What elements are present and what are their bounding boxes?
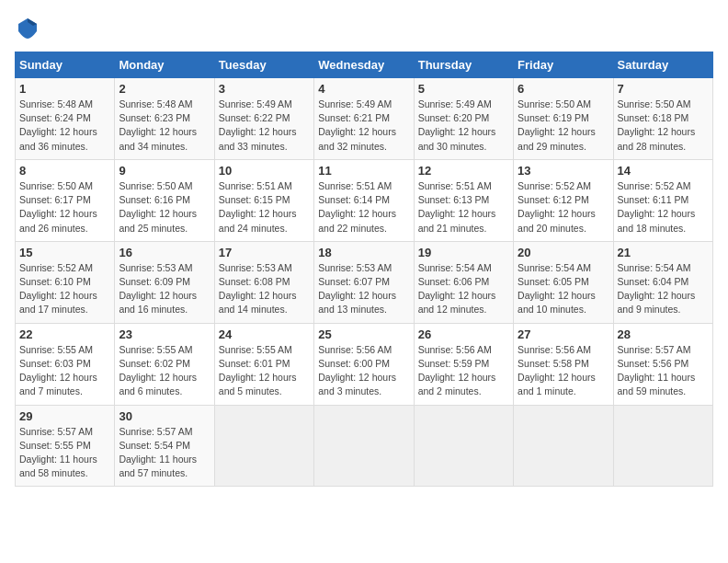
day-info: Sunrise: 5:55 AMSunset: 6:01 PMDaylight:… xyxy=(219,343,310,399)
calendar-header-row: SundayMondayTuesdayWednesdayThursdayFrid… xyxy=(16,52,713,78)
day-number: 22 xyxy=(19,327,110,341)
day-info: Sunrise: 5:52 AMSunset: 6:12 PMDaylight:… xyxy=(518,179,609,236)
calendar-cell: 15Sunrise: 5:52 AMSunset: 6:10 PMDayligh… xyxy=(16,241,115,323)
calendar-cell: 17Sunrise: 5:53 AMSunset: 6:08 PMDayligh… xyxy=(214,241,313,323)
day-number: 11 xyxy=(318,164,409,178)
day-number: 1 xyxy=(19,82,110,96)
day-number: 15 xyxy=(19,246,110,259)
day-number: 19 xyxy=(418,246,509,259)
calendar-cell: 3Sunrise: 5:49 AMSunset: 6:22 PMDaylight… xyxy=(214,78,313,160)
day-number: 17 xyxy=(219,246,310,259)
calendar-cell: 7Sunrise: 5:50 AMSunset: 6:18 PMDaylight… xyxy=(613,78,712,160)
day-info: Sunrise: 5:52 AMSunset: 6:10 PMDaylight:… xyxy=(19,261,110,317)
column-header-tuesday: Tuesday xyxy=(214,52,313,78)
day-info: Sunrise: 5:54 AMSunset: 6:05 PMDaylight:… xyxy=(518,261,609,317)
calendar-cell xyxy=(314,405,414,487)
calendar-cell: 27Sunrise: 5:56 AMSunset: 5:58 PMDayligh… xyxy=(514,323,613,405)
calendar-cell xyxy=(214,405,313,487)
day-number: 18 xyxy=(318,246,409,259)
day-number: 8 xyxy=(19,164,110,178)
day-info: Sunrise: 5:53 AMSunset: 6:09 PMDaylight:… xyxy=(119,261,210,317)
day-info: Sunrise: 5:55 AMSunset: 6:02 PMDaylight:… xyxy=(119,343,210,399)
calendar-cell: 13Sunrise: 5:52 AMSunset: 6:12 PMDayligh… xyxy=(514,159,613,241)
day-info: Sunrise: 5:50 AMSunset: 6:17 PMDaylight:… xyxy=(19,179,110,236)
day-number: 30 xyxy=(119,409,210,423)
calendar-cell: 10Sunrise: 5:51 AMSunset: 6:15 PMDayligh… xyxy=(214,159,313,241)
day-info: Sunrise: 5:52 AMSunset: 6:11 PMDaylight:… xyxy=(618,179,709,236)
calendar-cell: 16Sunrise: 5:53 AMSunset: 6:09 PMDayligh… xyxy=(115,241,214,323)
day-info: Sunrise: 5:53 AMSunset: 6:07 PMDaylight:… xyxy=(318,261,409,317)
calendar-cell: 24Sunrise: 5:55 AMSunset: 6:01 PMDayligh… xyxy=(214,323,313,405)
calendar-cell: 4Sunrise: 5:49 AMSunset: 6:21 PMDaylight… xyxy=(314,78,414,160)
day-info: Sunrise: 5:55 AMSunset: 6:03 PMDaylight:… xyxy=(19,343,110,399)
calendar-cell xyxy=(613,405,712,487)
day-number: 12 xyxy=(418,164,509,178)
day-number: 20 xyxy=(518,246,609,259)
day-info: Sunrise: 5:51 AMSunset: 6:14 PMDaylight:… xyxy=(318,179,409,236)
calendar-cell: 23Sunrise: 5:55 AMSunset: 6:02 PMDayligh… xyxy=(115,323,214,405)
day-number: 21 xyxy=(618,246,709,259)
day-number: 29 xyxy=(19,409,110,423)
day-number: 24 xyxy=(219,327,310,341)
day-number: 4 xyxy=(318,82,409,96)
day-info: Sunrise: 5:50 AMSunset: 6:18 PMDaylight:… xyxy=(618,98,709,154)
day-info: Sunrise: 5:50 AMSunset: 6:19 PMDaylight:… xyxy=(518,98,609,154)
day-number: 16 xyxy=(119,246,210,259)
column-header-sunday: Sunday xyxy=(16,52,115,78)
calendar-cell: 25Sunrise: 5:56 AMSunset: 6:00 PMDayligh… xyxy=(314,323,414,405)
logo xyxy=(15,15,44,40)
day-number: 10 xyxy=(219,164,310,178)
calendar-cell: 2Sunrise: 5:48 AMSunset: 6:23 PMDaylight… xyxy=(115,78,214,160)
calendar-cell: 12Sunrise: 5:51 AMSunset: 6:13 PMDayligh… xyxy=(414,159,513,241)
calendar-table: SundayMondayTuesdayWednesdayThursdayFrid… xyxy=(15,52,713,487)
calendar-cell: 5Sunrise: 5:49 AMSunset: 6:20 PMDaylight… xyxy=(414,78,513,160)
column-header-monday: Monday xyxy=(115,52,214,78)
page-header xyxy=(15,15,713,40)
day-info: Sunrise: 5:57 AMSunset: 5:55 PMDaylight:… xyxy=(19,425,110,481)
calendar-cell: 28Sunrise: 5:57 AMSunset: 5:56 PMDayligh… xyxy=(613,323,712,405)
calendar-week-2: 15Sunrise: 5:52 AMSunset: 6:10 PMDayligh… xyxy=(16,241,713,323)
calendar-week-0: 1Sunrise: 5:48 AMSunset: 6:24 PMDaylight… xyxy=(16,78,713,160)
day-number: 3 xyxy=(219,82,310,96)
day-info: Sunrise: 5:49 AMSunset: 6:22 PMDaylight:… xyxy=(219,98,310,154)
day-info: Sunrise: 5:51 AMSunset: 6:15 PMDaylight:… xyxy=(219,179,310,236)
calendar-cell: 19Sunrise: 5:54 AMSunset: 6:06 PMDayligh… xyxy=(414,241,513,323)
day-number: 23 xyxy=(119,327,210,341)
day-info: Sunrise: 5:53 AMSunset: 6:08 PMDaylight:… xyxy=(219,261,310,317)
column-header-thursday: Thursday xyxy=(414,52,513,78)
day-number: 6 xyxy=(518,82,609,96)
day-number: 13 xyxy=(518,164,609,178)
calendar-week-3: 22Sunrise: 5:55 AMSunset: 6:03 PMDayligh… xyxy=(16,323,713,405)
calendar-cell: 20Sunrise: 5:54 AMSunset: 6:05 PMDayligh… xyxy=(514,241,613,323)
day-info: Sunrise: 5:56 AMSunset: 5:58 PMDaylight:… xyxy=(518,343,609,399)
day-info: Sunrise: 5:49 AMSunset: 6:20 PMDaylight:… xyxy=(418,98,509,154)
calendar-cell: 6Sunrise: 5:50 AMSunset: 6:19 PMDaylight… xyxy=(514,78,613,160)
day-info: Sunrise: 5:56 AMSunset: 5:59 PMDaylight:… xyxy=(418,343,509,399)
day-number: 5 xyxy=(418,82,509,96)
day-number: 25 xyxy=(318,327,409,341)
calendar-week-1: 8Sunrise: 5:50 AMSunset: 6:17 PMDaylight… xyxy=(16,159,713,241)
day-info: Sunrise: 5:56 AMSunset: 6:00 PMDaylight:… xyxy=(318,343,409,399)
column-header-saturday: Saturday xyxy=(613,52,712,78)
day-info: Sunrise: 5:54 AMSunset: 6:06 PMDaylight:… xyxy=(418,261,509,317)
day-number: 27 xyxy=(518,327,609,341)
day-number: 14 xyxy=(618,164,709,178)
calendar-week-4: 29Sunrise: 5:57 AMSunset: 5:55 PMDayligh… xyxy=(16,405,713,487)
logo-icon xyxy=(15,15,40,40)
calendar-cell: 14Sunrise: 5:52 AMSunset: 6:11 PMDayligh… xyxy=(613,159,712,241)
calendar-cell: 9Sunrise: 5:50 AMSunset: 6:16 PMDaylight… xyxy=(115,159,214,241)
day-info: Sunrise: 5:51 AMSunset: 6:13 PMDaylight:… xyxy=(418,179,509,236)
calendar-cell: 11Sunrise: 5:51 AMSunset: 6:14 PMDayligh… xyxy=(314,159,414,241)
calendar-cell: 29Sunrise: 5:57 AMSunset: 5:55 PMDayligh… xyxy=(16,405,115,487)
column-header-friday: Friday xyxy=(514,52,613,78)
day-info: Sunrise: 5:50 AMSunset: 6:16 PMDaylight:… xyxy=(119,179,210,236)
day-number: 2 xyxy=(119,82,210,96)
day-info: Sunrise: 5:57 AMSunset: 5:56 PMDaylight:… xyxy=(618,343,709,399)
calendar-cell: 26Sunrise: 5:56 AMSunset: 5:59 PMDayligh… xyxy=(414,323,513,405)
day-number: 28 xyxy=(618,327,709,341)
calendar-cell: 22Sunrise: 5:55 AMSunset: 6:03 PMDayligh… xyxy=(16,323,115,405)
day-number: 26 xyxy=(418,327,509,341)
day-info: Sunrise: 5:48 AMSunset: 6:23 PMDaylight:… xyxy=(119,98,210,154)
day-number: 7 xyxy=(618,82,709,96)
calendar-cell xyxy=(414,405,513,487)
